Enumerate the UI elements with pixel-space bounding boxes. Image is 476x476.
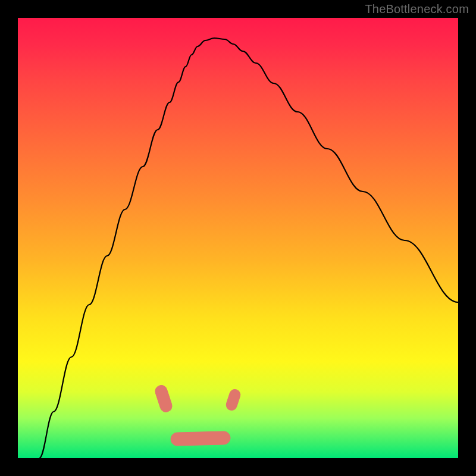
chart-frame: TheBottleneck.com — [0, 0, 476, 476]
watermark-text: TheBottleneck.com — [365, 2, 469, 16]
blob-right — [225, 388, 242, 412]
bottleneck-curve — [39, 38, 458, 458]
chart-svg — [18, 18, 458, 458]
plot-area — [18, 18, 458, 458]
blob-left — [154, 384, 173, 414]
marker-blobs — [154, 384, 242, 446]
blob-bottom — [171, 431, 230, 446]
